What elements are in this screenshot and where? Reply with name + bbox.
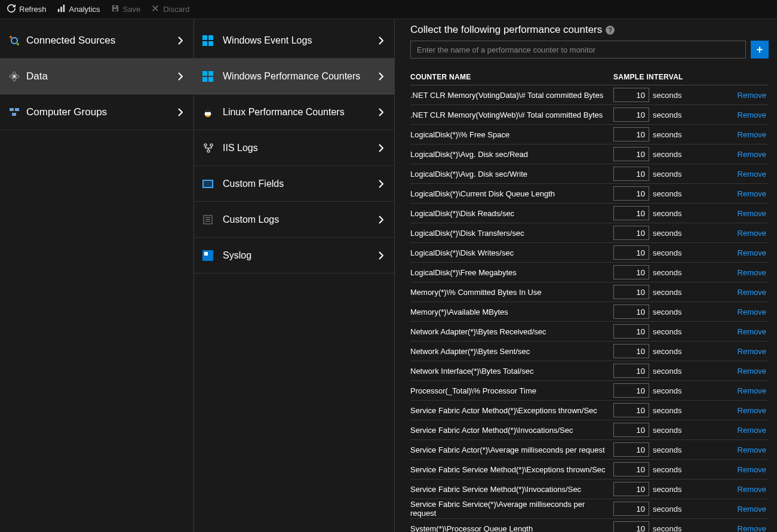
counter-row: LogicalDisk(*)\Avg. Disk sec/Writesecond…: [410, 164, 769, 184]
interval-unit: seconds: [653, 229, 681, 238]
interval-input[interactable]: [613, 423, 649, 437]
remove-link[interactable]: Remove: [738, 209, 766, 218]
remove-link[interactable]: Remove: [738, 91, 766, 100]
remove-link[interactable]: Remove: [738, 110, 766, 119]
computer-groups-icon: [8, 106, 26, 118]
remove-link[interactable]: Remove: [738, 505, 766, 513]
nav-custom-fields[interactable]: Custom Fields: [194, 166, 394, 202]
nav-syslog[interactable]: Syslog: [194, 238, 394, 273]
svg-point-5: [17, 43, 19, 45]
interval-input[interactable]: [613, 206, 649, 220]
chevron-right-icon: [176, 36, 185, 45]
remove-link[interactable]: Remove: [738, 485, 766, 494]
nav-custom-logs[interactable]: Custom Logs: [194, 202, 394, 238]
remove-link[interactable]: Remove: [738, 386, 766, 395]
counter-search-input[interactable]: [410, 41, 746, 59]
counter-interval: seconds: [613, 127, 706, 142]
interval-input[interactable]: [613, 502, 649, 516]
add-counter-button[interactable]: +: [751, 41, 769, 59]
remove-link[interactable]: Remove: [738, 170, 766, 179]
interval-input[interactable]: [613, 403, 649, 417]
interval-input[interactable]: [613, 344, 649, 358]
analytics-button[interactable]: Analytics: [57, 4, 100, 14]
remove-link[interactable]: Remove: [738, 150, 766, 159]
interval-input[interactable]: [613, 88, 649, 102]
counter-name: LogicalDisk(*)\Disk Reads/sec: [410, 209, 613, 218]
counter-name: Network Adapter(*)\Bytes Received/sec: [410, 327, 613, 336]
windows-icon: [202, 35, 223, 46]
remove-link[interactable]: Remove: [738, 229, 766, 238]
counter-name: System(*)\Processor Queue Length: [410, 524, 613, 533]
interval-input[interactable]: [613, 442, 649, 457]
remove-link[interactable]: Remove: [738, 248, 766, 257]
interval-input[interactable]: [613, 521, 649, 532]
interval-input[interactable]: [613, 482, 649, 496]
interval-unit: seconds: [653, 386, 681, 395]
interval-input[interactable]: [613, 265, 649, 279]
counters-panel: Collect the following performance counte…: [395, 19, 777, 532]
remove-link[interactable]: Remove: [738, 347, 766, 356]
counter-name: Service Fabric Service(*)\Average millis…: [410, 500, 613, 518]
nav-windows-event-logs-label: Windows Event Logs: [223, 35, 376, 46]
remove-link[interactable]: Remove: [738, 465, 766, 474]
interval-unit: seconds: [653, 327, 681, 336]
interval-input[interactable]: [613, 245, 649, 260]
interval-input[interactable]: [613, 167, 649, 181]
interval-input[interactable]: [613, 324, 649, 339]
remove-link[interactable]: Remove: [738, 445, 766, 454]
counter-row: LogicalDisk(*)\Disk Reads/secsecondsRemo…: [410, 204, 769, 223]
save-button[interactable]: Save: [111, 4, 141, 14]
chevron-right-icon: [376, 144, 386, 152]
help-icon[interactable]: ?: [606, 26, 615, 35]
counter-name: Service Fabric Actor Method(*)\Invocatio…: [410, 426, 613, 435]
counter-interval: seconds: [613, 305, 706, 319]
svg-rect-10: [15, 108, 19, 111]
remove-link[interactable]: Remove: [738, 189, 766, 198]
interval-input[interactable]: [613, 305, 649, 319]
nav-iis-logs[interactable]: IIS Logs: [194, 130, 394, 166]
svg-rect-1: [60, 7, 62, 12]
interval-input[interactable]: [613, 462, 649, 476]
refresh-label: Refresh: [19, 5, 47, 14]
counter-name: Service Fabric Service Method(*)\Invocat…: [410, 485, 613, 494]
remove-link[interactable]: Remove: [738, 327, 766, 336]
svg-point-14: [205, 115, 210, 117]
refresh-button[interactable]: Refresh: [7, 4, 47, 14]
counter-name: .NET CLR Memory(VotingData)\# Total comm…: [410, 91, 613, 100]
interval-input[interactable]: [613, 364, 649, 378]
interval-unit: seconds: [653, 110, 681, 119]
counter-row: System(*)\Processor Queue LengthsecondsR…: [410, 519, 769, 532]
interval-input[interactable]: [613, 107, 649, 122]
counter-name: .NET CLR Memory(VotingWeb)\# Total commi…: [410, 110, 613, 119]
interval-unit: seconds: [653, 505, 681, 513]
nav-data[interactable]: Data: [0, 59, 194, 94]
remove-link[interactable]: Remove: [738, 307, 766, 316]
nav-linux-perf-counters[interactable]: Linux Performance Counters: [194, 94, 394, 130]
nav-windows-event-logs[interactable]: Windows Event Logs: [194, 23, 394, 59]
remove-link[interactable]: Remove: [738, 288, 766, 297]
discard-button[interactable]: Discard: [151, 4, 189, 14]
interval-input[interactable]: [613, 226, 649, 240]
remove-link[interactable]: Remove: [738, 426, 766, 435]
remove-link[interactable]: Remove: [738, 406, 766, 415]
remove-link[interactable]: Remove: [738, 268, 766, 277]
counter-name: Memory(*)\Available MBytes: [410, 307, 613, 316]
custom-fields-icon: [202, 180, 223, 188]
remove-link[interactable]: Remove: [738, 524, 766, 533]
nav-connected-sources[interactable]: Connected Sources: [0, 23, 194, 59]
interval-input[interactable]: [613, 127, 649, 142]
interval-unit: seconds: [653, 268, 681, 277]
discard-label: Discard: [163, 5, 189, 14]
interval-input[interactable]: [613, 147, 649, 161]
counter-row: Memory(*)\% Committed Bytes In Usesecond…: [410, 282, 769, 302]
nav-windows-perf-counters[interactable]: Windows Performance Counters: [194, 59, 394, 94]
interval-input[interactable]: [613, 186, 649, 201]
counter-row: Service Fabric Actor(*)\Average millisec…: [410, 440, 769, 460]
interval-input[interactable]: [613, 383, 649, 398]
remove-link[interactable]: Remove: [738, 130, 766, 139]
nav-syslog-label: Syslog: [223, 250, 376, 261]
interval-input[interactable]: [613, 285, 649, 299]
nav-computer-groups[interactable]: Computer Groups: [0, 94, 194, 130]
linux-icon: [202, 107, 223, 118]
remove-link[interactable]: Remove: [738, 367, 766, 376]
